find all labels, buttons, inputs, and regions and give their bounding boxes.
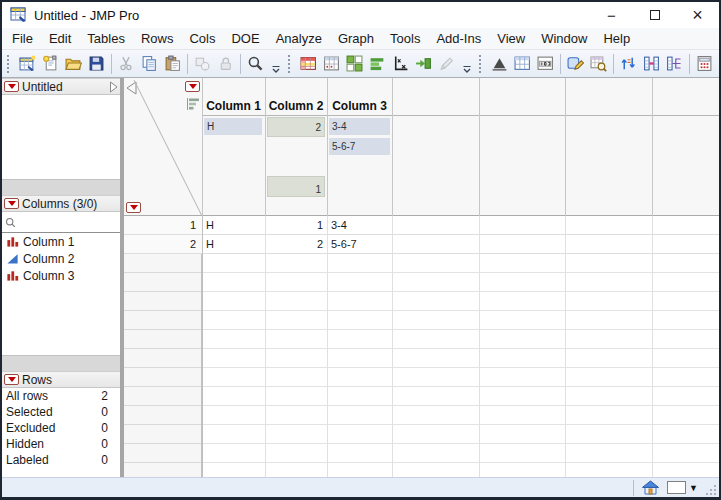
menu-graph[interactable]: Graph (330, 28, 382, 49)
resize-grip[interactable] (704, 483, 718, 497)
columns-panel-body (2, 284, 120, 355)
menu-bar: FileEditTablesRowsColsDOEAnalyzeGraphToo… (2, 28, 719, 50)
data-table-icon[interactable] (297, 52, 320, 75)
sort-arrows-icon[interactable] (617, 52, 640, 75)
window-controls: − × (590, 2, 719, 28)
header-summary-bar[interactable]: 3-4 (329, 118, 390, 135)
rows-stat-item: Labeled0 (2, 452, 120, 468)
menu-edit[interactable]: Edit (41, 28, 79, 49)
minimize-button[interactable]: − (590, 2, 633, 28)
main-area: Untitled Columns (3/0) Column 1Column 2C… (2, 78, 719, 477)
menu-doe[interactable]: DOE (223, 28, 267, 49)
toolbar-separator (240, 54, 241, 74)
table-preview-icon[interactable] (587, 52, 610, 75)
paste-icon[interactable] (161, 52, 184, 75)
tile-windows-icon[interactable] (343, 52, 366, 75)
select-edit-icon[interactable] (564, 52, 587, 75)
rows-stats-list: All rows2Selected0Excluded0Hidden0Labele… (2, 388, 120, 468)
column-search-input[interactable] (16, 216, 106, 228)
menu-add-ins[interactable]: Add-Ins (428, 28, 489, 49)
grid-columns-red-triangle-icon[interactable] (185, 81, 200, 92)
toolbar-grip[interactable] (479, 55, 483, 73)
table-row[interactable]: 1 H 1 3-4 (124, 216, 719, 235)
table-red-triangle-menu-icon[interactable] (4, 81, 19, 92)
header-summary-bar[interactable]: H (204, 118, 262, 135)
menu-rows[interactable]: Rows (133, 28, 182, 49)
new-data-table-icon[interactable] (16, 52, 39, 75)
menu-window[interactable]: Window (533, 28, 595, 49)
columns-red-triangle-menu-icon[interactable] (4, 198, 19, 209)
rows-stat-item: Excluded0 (2, 420, 120, 436)
table-row[interactable]: 2 H 2 5-6-7 (124, 235, 719, 254)
header-summary-bar[interactable]: 5-6-7 (329, 138, 390, 155)
calculator-icon[interactable] (693, 52, 716, 75)
columns-list: Column 1Column 2Column 3 (2, 233, 120, 284)
menu-file[interactable]: File (4, 28, 41, 49)
toolbar-grip[interactable] (288, 55, 292, 73)
summary-table-icon[interactable] (320, 52, 343, 75)
column-header[interactable]: Column 3 (327, 97, 392, 115)
lock-icon (214, 52, 237, 75)
cell-column3[interactable]: 5-6-7 (327, 235, 392, 253)
data-grid: Column 1 Column 2 Column 3 H 2 1 3-4 5-6… (124, 78, 719, 477)
window-list-button[interactable]: ▼ (667, 481, 698, 494)
split-columns-icon[interactable] (663, 52, 686, 75)
cell-column1[interactable]: H (202, 216, 265, 234)
menu-view[interactable]: View (489, 28, 533, 49)
column-search-box (2, 212, 120, 233)
grid-column-line (202, 216, 203, 477)
axes-icon[interactable] (389, 52, 412, 75)
menu-tables[interactable]: Tables (79, 28, 133, 49)
sidebar: Untitled Columns (3/0) Column 1Column 2C… (2, 78, 120, 477)
row-number[interactable]: 2 (124, 235, 202, 253)
column-list-item[interactable]: Column 3 (2, 267, 120, 284)
search-icon[interactable] (244, 52, 267, 75)
grid-rows-red-triangle-icon[interactable] (126, 202, 141, 213)
formula-run-icon[interactable] (412, 52, 435, 75)
cell-column1[interactable]: H (202, 235, 265, 253)
cell-column3[interactable]: 3-4 (327, 216, 392, 234)
window-title: Untitled - JMP Pro (34, 8, 139, 23)
column-list-item[interactable]: Column 1 (2, 233, 120, 250)
header-summary-bar[interactable]: 2 (267, 117, 325, 137)
close-button[interactable]: × (676, 2, 719, 28)
column-header[interactable]: Column 1 (202, 97, 265, 115)
toolbar-overflow-icon[interactable] (271, 54, 281, 74)
column-list-label: Column 1 (23, 235, 74, 249)
grid-column-line (652, 78, 653, 216)
header-summary-bar[interactable]: 1 (267, 176, 325, 197)
cell-column2[interactable]: 1 (265, 216, 327, 234)
join-columns-icon[interactable] (640, 52, 663, 75)
rows-red-triangle-menu-icon[interactable] (4, 374, 19, 385)
bar-chart-icon[interactable] (366, 52, 389, 75)
window-box-icon (667, 481, 686, 494)
menu-analyze[interactable]: Analyze (268, 28, 330, 49)
menu-cols[interactable]: Cols (181, 28, 223, 49)
menu-help[interactable]: Help (595, 28, 638, 49)
toolbar-overflow-icon[interactable] (462, 54, 472, 74)
continuous-modeling-icon (6, 252, 19, 265)
row-number[interactable]: 1 (124, 216, 202, 234)
header-graph-toggle-icon[interactable] (186, 97, 201, 111)
toolbar-grip[interactable] (7, 55, 11, 73)
empty-grid-rows (124, 254, 719, 477)
maximize-button[interactable] (633, 2, 676, 28)
menu-tools[interactable]: Tools (382, 28, 428, 49)
cell-column2[interactable]: 2 (265, 235, 327, 253)
rows-stat-value: 0 (101, 437, 108, 451)
numeric-grid-icon[interactable] (534, 52, 557, 75)
new-journal-icon[interactable] (39, 52, 62, 75)
toolbar-separator (560, 54, 561, 74)
copy-icon[interactable] (138, 52, 161, 75)
distribution-icon[interactable] (488, 52, 511, 75)
search-icon (5, 217, 16, 228)
run-script-icon[interactable] (716, 52, 721, 75)
panel-expand-icon[interactable] (109, 81, 118, 93)
home-button[interactable] (642, 480, 659, 495)
rows-stat-item: All rows2 (2, 388, 120, 404)
open-file-icon[interactable] (62, 52, 85, 75)
column-header[interactable]: Column 2 (265, 97, 327, 115)
save-icon[interactable] (85, 52, 108, 75)
new-column-grid-icon[interactable] (511, 52, 534, 75)
column-list-item[interactable]: Column 2 (2, 250, 120, 267)
